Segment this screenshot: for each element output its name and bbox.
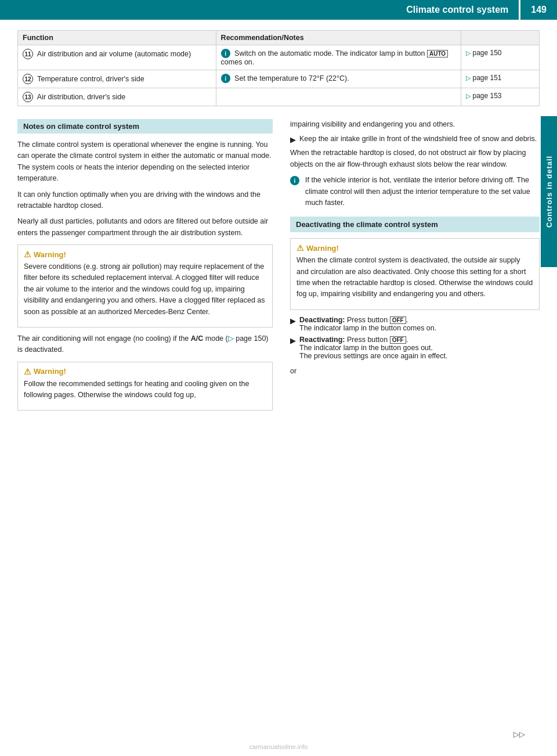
page-number: 149: [520, 0, 557, 20]
warning-triangle-1: ⚠: [24, 250, 31, 259]
page-title: Climate control system: [0, 0, 519, 20]
warning-box-1: ⚠ Warning! Severe conditions (e.g. stron…: [17, 244, 273, 327]
deactivate-suffix: .: [406, 316, 408, 324]
function-table-container: Function Recommendation/Notes 11 Air dis…: [0, 30, 557, 106]
info-box-text: If the vehicle interior is hot, ventilat…: [305, 175, 540, 208]
off-badge-reactivate: OFF: [390, 336, 406, 344]
page-ref-13: ▷ page 153: [461, 88, 540, 106]
table-cell-function-13: 13 Air distribution, driver's side: [18, 88, 216, 106]
reactivate-press-text: Press button: [347, 336, 388, 344]
left-column: Notes on climate control system The clim…: [17, 119, 284, 416]
warning-label-3: Warning!: [306, 244, 339, 253]
reactivate-sub2: The previous settings are once again in …: [299, 352, 447, 360]
page-ref-11: ▷ page 150: [461, 45, 540, 70]
col-recommendation: Recommendation/Notes: [216, 31, 461, 45]
table-row: 12 Temperature control, driver's side i …: [18, 70, 540, 88]
ref-arrow-13: ▷: [466, 92, 471, 99]
deactivate-label: Deactivating:: [299, 316, 345, 324]
deactivate-arrow: ▶: [290, 316, 296, 325]
reactivate-step: ▶ Reactivating: Press button OFF. The in…: [290, 336, 540, 360]
ref-arrow-11: ▷: [466, 49, 471, 56]
deactivate-step: ▶ Deactivating: Press button OFF. The in…: [290, 316, 540, 332]
row-number-13: 13: [23, 92, 33, 102]
main-content: Notes on climate control system The clim…: [0, 119, 557, 428]
row-number-11: 11: [23, 49, 33, 59]
right-para-2: When the retractable hardtop is closed, …: [290, 147, 540, 170]
rec-text-11: Switch on the automatic mode. The indica…: [221, 49, 449, 67]
left-para-2: It can only function optimally when you …: [17, 189, 273, 212]
rec-text-12: Set the temperature to 72°F (22°C).: [234, 74, 349, 82]
auto-badge: AUTO: [427, 50, 448, 57]
watermark: carmanualsoline.info: [249, 743, 308, 750]
col-function: Function: [18, 31, 216, 45]
middle-paragraph: The air conditioning will not engage (no…: [17, 333, 273, 356]
reactivate-arrow: ▶: [290, 336, 296, 345]
warning-box-2: ⚠ Warning! Follow the recommended settin…: [17, 362, 273, 411]
off-badge-deactivate: OFF: [390, 316, 406, 324]
table-row: 13 Air distribution, driver's side ▷ pag…: [18, 88, 540, 106]
row-number-12: 12: [23, 74, 33, 84]
deactivate-sub: The indicator lamp in the button comes o…: [299, 324, 436, 332]
right-column: impairing visibility and endangering you…: [284, 119, 540, 416]
row-function-11: Air distribution and air volume (automat…: [37, 50, 191, 58]
warning-text-2: Follow the recommended settings for heat…: [24, 379, 266, 401]
deactivating-box: Deactivating the climate control system: [290, 217, 540, 232]
table-row: 11 Air distribution and air volume (auto…: [18, 45, 540, 70]
ac-mode-label: A/C: [191, 334, 204, 343]
footer-arrows: ▷▷: [513, 730, 525, 739]
warning-triangle-2: ⚠: [24, 367, 31, 376]
deactivate-step-text: Deactivating: Press button OFF. The indi…: [299, 316, 436, 332]
reactivate-label: Reactivating:: [299, 336, 345, 344]
row-function-13: Air distribution, driver's side: [37, 93, 125, 101]
info-icon-box: i: [290, 176, 299, 185]
left-para-3: Nearly all dust particles, pollutants an…: [17, 216, 273, 239]
warning-triangle-3: ⚠: [296, 243, 304, 253]
table-cell-recommendation-12: i Set the temperature to 72°F (22°C).: [216, 70, 461, 88]
reactivate-sub1: The indicator lamp in the button goes ou…: [299, 344, 433, 352]
col-empty: [461, 31, 540, 45]
page-ref-12: ▷ page 151: [461, 70, 540, 88]
warning-box-3: ⚠ Warning! When the climate control syst…: [290, 238, 540, 310]
info-box: i If the vehicle interior is hot, ventil…: [290, 175, 540, 208]
bullet-item-1: ▶ Keep the air intake grille in front of…: [290, 135, 540, 144]
footer-or: or: [290, 366, 540, 377]
warning-label-2: Warning!: [34, 367, 66, 376]
warning-title-3: ⚠ Warning!: [296, 243, 533, 253]
bullet-arrow-1: ▶: [290, 135, 296, 144]
ref-arrow-12: ▷: [466, 74, 471, 81]
warning-title-2: ⚠ Warning!: [24, 367, 266, 376]
row-function-12: Temperature control, driver's side: [37, 75, 144, 83]
function-table: Function Recommendation/Notes 11 Air dis…: [17, 30, 540, 106]
left-para-1: The climate control system is operationa…: [17, 139, 273, 185]
header: Climate control system 149: [0, 0, 557, 20]
info-icon-11: i: [221, 49, 230, 58]
page-link: ▷: [228, 334, 234, 343]
reactivate-suffix: .: [406, 336, 408, 344]
table-cell-recommendation-13: [216, 88, 461, 106]
table-cell-function-12: 12 Temperature control, driver's side: [18, 70, 216, 88]
bullet-text-1: Keep the air intake grille in front of t…: [299, 135, 537, 143]
reactivate-step-text: Reactivating: Press button OFF. The indi…: [299, 336, 447, 360]
warning-label-1: Warning!: [34, 250, 66, 259]
table-cell-function: 11 Air distribution and air volume (auto…: [18, 45, 216, 70]
warning-text-3: When the climate control system is deact…: [296, 255, 533, 300]
warning-text-1: Severe conditions (e.g. strong air pollu…: [24, 261, 266, 318]
notes-box: Notes on climate control system: [17, 119, 273, 134]
right-para-1: impairing visibility and endangering you…: [290, 119, 540, 130]
table-cell-recommendation-11: i Switch on the automatic mode. The indi…: [216, 45, 461, 70]
warning-title-1: ⚠ Warning!: [24, 250, 266, 259]
section-side-label: Controls in detail: [541, 116, 557, 267]
info-icon-12: i: [221, 74, 230, 83]
deactivate-press-text: Press button: [347, 316, 388, 324]
